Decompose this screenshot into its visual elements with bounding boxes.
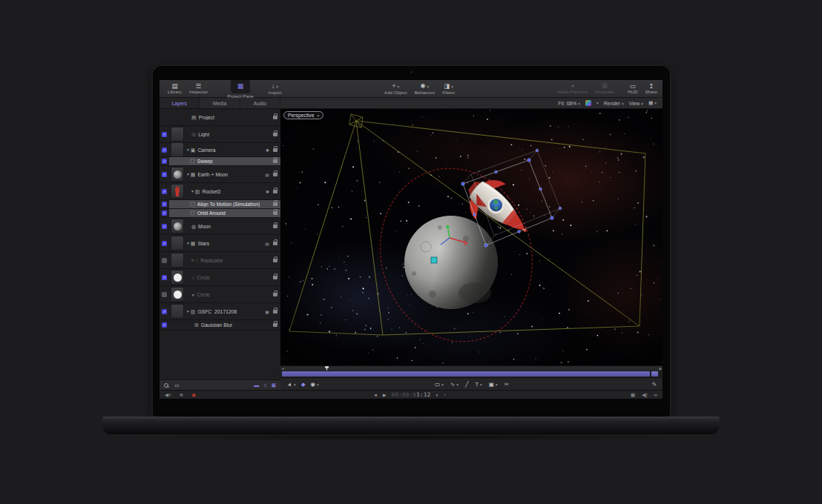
- disclosure-triangle-icon[interactable]: ▾: [191, 189, 194, 193]
- enable-checkbox[interactable]: ✓: [160, 143, 169, 156]
- layer-name[interactable]: Circle: [197, 275, 209, 280]
- layer-row-sweep[interactable]: ✓◯Sweep: [160, 157, 280, 166]
- enable-checkbox[interactable]: ✓: [160, 166, 169, 182]
- layer-name[interactable]: Camera: [197, 147, 215, 153]
- layer-row-align-to-motion-simulation-[interactable]: ✓◯Align To Motion (Simulation): [160, 200, 280, 209]
- enable-checkbox[interactable]: ✓: [160, 200, 169, 208]
- keyframe-tool[interactable]: ✎: [652, 381, 657, 388]
- film-strip-button[interactable]: ▦: [631, 392, 635, 398]
- tab-audio[interactable]: Audio: [240, 98, 280, 108]
- enable-checkbox[interactable]: [160, 109, 169, 125]
- play-button[interactable]: ▶: [383, 392, 387, 397]
- enable-checkbox[interactable]: ✓: [160, 183, 169, 199]
- enable-checkbox[interactable]: ✓: [160, 303, 169, 319]
- lock-icon[interactable]: [273, 293, 277, 296]
- layer-name[interactable]: Moon: [198, 224, 211, 229]
- gear-icon[interactable]: ✱: [266, 189, 269, 194]
- 3d-transform-tool[interactable]: ◉▾: [310, 381, 318, 388]
- text-tool[interactable]: T▾: [475, 381, 481, 388]
- layer-name[interactable]: Sweep: [197, 159, 213, 164]
- gear-icon[interactable]: ✱: [266, 147, 269, 153]
- clock-icon[interactable]: ◔: [443, 393, 446, 397]
- show-behaviors-icon[interactable]: ○: [263, 382, 266, 388]
- timeline-scrubber[interactable]: ◄ ▶: [280, 365, 662, 371]
- layout-grid-icon[interactable]: ▦ ▾: [648, 100, 657, 106]
- lock-icon[interactable]: [273, 202, 277, 206]
- enable-checkbox[interactable]: ✓: [160, 320, 169, 330]
- zoom-level-menu[interactable]: Fit: 68% ▾: [558, 101, 580, 106]
- layer-name[interactable]: Gaussian Blur: [201, 322, 233, 328]
- project-pane-button[interactable]: ▦ Project Pane: [223, 81, 257, 97]
- anchor-tool[interactable]: ◆: [301, 381, 306, 388]
- disclosure-triangle-icon[interactable]: ▾: [187, 309, 189, 314]
- audio-button[interactable]: ◀): [642, 392, 647, 398]
- show-layers-icon[interactable]: ▬: [254, 382, 259, 388]
- lock-icon[interactable]: [273, 276, 277, 279]
- layer-name[interactable]: Earth + Moon: [197, 172, 228, 177]
- enable-checkbox[interactable]: ✓: [160, 235, 169, 251]
- enable-checkbox[interactable]: ✓: [160, 157, 169, 165]
- enable-checkbox[interactable]: [160, 286, 169, 302]
- layer-row-replicator[interactable]: ▾∷Replicator: [160, 252, 280, 269]
- enable-checkbox[interactable]: ✓: [160, 269, 169, 285]
- layer-row-orbit-around[interactable]: ✓◯Orbit Around: [160, 209, 280, 218]
- add-object-button[interactable]: +▾ Add Object: [381, 81, 411, 97]
- lock-icon[interactable]: [273, 225, 277, 228]
- layer-row-circle[interactable]: ✓○Circle: [160, 269, 280, 286]
- lock-icon[interactable]: [273, 159, 277, 163]
- layer-row-circle[interactable]: ●Circle: [160, 286, 280, 303]
- lock-icon[interactable]: [273, 211, 277, 215]
- lock-icon[interactable]: [273, 259, 277, 262]
- enable-checkbox[interactable]: ✓: [160, 126, 169, 142]
- lock-icon[interactable]: [273, 133, 277, 136]
- layer-row-camera[interactable]: ✓▾▣Camera✱: [160, 143, 280, 157]
- camera-view-menu[interactable]: Perspective ▾: [283, 111, 323, 119]
- layer-name[interactable]: Replicator: [200, 258, 223, 263]
- disclosure-triangle-icon[interactable]: ▾: [187, 147, 189, 152]
- color-channels-icon[interactable]: [585, 100, 591, 106]
- step-back-button[interactable]: ◄: [373, 393, 378, 397]
- loop-button[interactable]: ∞: [654, 392, 657, 397]
- layer-row-gsfc-20171208[interactable]: ✓▾▥GSFC_20171208▣: [160, 303, 280, 320]
- timeline-region-end[interactable]: [651, 371, 658, 377]
- inspector-button[interactable]: ☰ Inspector: [185, 81, 211, 97]
- mute-button[interactable]: ◀×: [165, 392, 171, 398]
- rectangle-tool[interactable]: ▭▾: [435, 381, 444, 388]
- import-button[interactable]: ↓▾ Import: [265, 81, 286, 97]
- disclosure-triangle-icon[interactable]: ▾: [187, 241, 189, 245]
- enable-checkbox[interactable]: ✓: [160, 209, 169, 217]
- layer-name[interactable]: GSFC_20171208: [197, 309, 237, 314]
- mask-tool[interactable]: ▣▾: [489, 381, 498, 388]
- behaviors-button[interactable]: ✱▾ Behaviors: [411, 81, 439, 97]
- view-menu[interactable]: View ▾: [629, 101, 643, 106]
- search-icon[interactable]: [164, 383, 168, 388]
- lock-icon[interactable]: [273, 173, 277, 176]
- hud-button[interactable]: ▭ HUD: [624, 81, 641, 97]
- enable-checkbox[interactable]: ✓: [160, 218, 169, 234]
- layer-row-earth-moon[interactable]: ✓▾▦Earth + Moon▤: [160, 166, 280, 183]
- layer-row-project[interactable]: ▤Project: [160, 109, 280, 126]
- lock-icon[interactable]: [273, 148, 277, 152]
- lock-icon[interactable]: [273, 310, 277, 314]
- timecode-display[interactable]: 00:00:01:12: [392, 391, 431, 398]
- layer-name[interactable]: Light: [198, 132, 209, 137]
- line-tool[interactable]: ╱: [465, 381, 469, 388]
- share-button[interactable]: ↥ Share: [641, 81, 661, 97]
- show-filters-icon[interactable]: ▣: [271, 382, 276, 388]
- layer-name[interactable]: Circle: [197, 292, 209, 297]
- record-button[interactable]: ◉: [191, 392, 196, 398]
- layer-name[interactable]: Align To Motion (Simulation): [197, 202, 260, 207]
- layer-name[interactable]: Orbit Around: [197, 210, 226, 216]
- cut-tool[interactable]: ✂: [504, 381, 509, 388]
- layer-row-gaussian-blur[interactable]: ✓▨Gaussian Blur: [160, 320, 280, 331]
- disclosure-triangle-icon[interactable]: ▾: [187, 172, 189, 176]
- lock-icon[interactable]: [273, 190, 277, 193]
- layer-row-light[interactable]: ✓☉Light: [160, 126, 280, 143]
- layer-name[interactable]: Stars: [197, 241, 209, 246]
- render-menu[interactable]: Render ▾: [604, 101, 624, 106]
- crosshair-button[interactable]: ⊕: [180, 392, 183, 398]
- timecode-chevron-icon[interactable]: ▾: [436, 393, 438, 397]
- lock-icon[interactable]: [273, 323, 277, 327]
- disclosure-triangle-icon[interactable]: ▾: [191, 258, 194, 262]
- select-tool[interactable]: ➤▾: [288, 382, 296, 388]
